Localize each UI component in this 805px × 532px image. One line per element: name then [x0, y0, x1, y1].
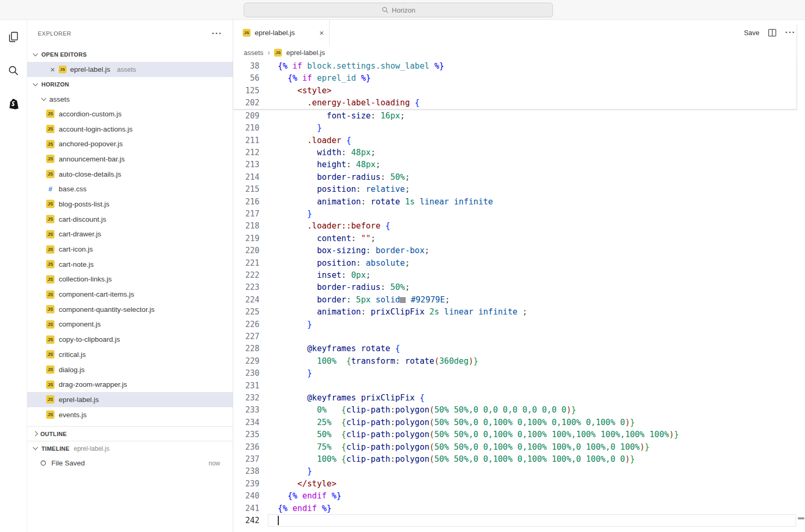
token: ; [425, 246, 429, 255]
breadcrumb-file[interactable]: eprel-label.js [286, 49, 325, 57]
file-item-account-login-actions.js[interactable]: JSaccount-login-actions.js [27, 122, 233, 137]
code-line-209[interactable]: 209 font-size: 16px; [233, 110, 805, 122]
folder-item-assets[interactable]: assets [27, 92, 233, 106]
line-number: 210 [233, 123, 259, 133]
project-section-header[interactable]: HORIZON [27, 77, 233, 92]
file-item-eprel-label.js[interactable]: JSeprel-label.js [27, 392, 233, 407]
shopify-icon [7, 97, 20, 111]
activity-bar [0, 20, 27, 532]
file-item-announcement-bar.js[interactable]: JSannouncement-bar.js [27, 151, 233, 167]
file-item-drag-zoom-wrapper.js[interactable]: JSdrag-zoom-wrapper.js [27, 377, 233, 392]
code-line-237[interactable]: 237 100% {clip-path:polygon(50% 50%,0 0,… [233, 453, 805, 465]
code-line-232[interactable]: 232 @keyframes prixClipFix { [233, 392, 805, 404]
token: : [380, 172, 390, 182]
code-line-220[interactable]: 220 box-sizing: border-box; [233, 244, 805, 256]
split-editor-icon[interactable] [768, 28, 777, 37]
outline-section-header[interactable]: OUTLINE [27, 426, 233, 441]
token: rotate [405, 356, 434, 366]
code-line-212[interactable]: 212 width: 48px; [233, 146, 805, 158]
shopify-activity-button[interactable] [2, 92, 25, 115]
file-item-cart-note.js[interactable]: JScart-note.js [27, 257, 233, 272]
file-item-cart-icon.js[interactable]: JScart-icon.js [27, 242, 233, 257]
code-line-222[interactable]: 222 inset: 0px; [233, 269, 805, 281]
file-item-accordion-custom.js[interactable]: JSaccordion-custom.js [27, 106, 233, 122]
code-line-226[interactable]: 226 } [233, 318, 805, 330]
file-item-cart-discount.js[interactable]: JScart-discount.js [27, 212, 233, 227]
code-line-125[interactable]: 125 <style> [233, 84, 797, 96]
code-line-240[interactable]: 240 {% endif %} [233, 490, 805, 502]
code-line-38[interactable]: 38{% if block.settings.show_label %} [233, 60, 797, 72]
tab-close-icon[interactable]: × [319, 29, 324, 37]
file-item-base.css[interactable]: #base.css [27, 181, 233, 197]
code-line-227[interactable]: 227 [233, 330, 805, 342]
code-line-231[interactable]: 231 [233, 379, 805, 392]
tab-eprel-label[interactable]: JS eprel-label.js × [233, 20, 330, 45]
file-item-component-quantity-selector.js[interactable]: JScomponent-quantity-selector.js [27, 302, 233, 317]
code-line-225[interactable]: 225 animation: prixClipFix 2s linear inf… [233, 306, 805, 318]
code-line-242[interactable]: 242 [233, 514, 805, 526]
code-line-223[interactable]: 223 border-radius: 50%; [233, 281, 805, 294]
token: { [346, 136, 351, 145]
timeline-event-file-saved[interactable]: File Saved now [27, 455, 233, 471]
search-activity-button[interactable] [2, 59, 25, 82]
file-item-blog-posts-list.js[interactable]: JSblog-posts-list.js [27, 197, 233, 212]
scrollbar-thumb[interactable] [798, 517, 804, 519]
editor-more-actions-button[interactable]: ··· [785, 30, 796, 35]
code-line-211[interactable]: 211 .loader { [233, 134, 805, 146]
explorer-more-actions-button[interactable]: ··· [212, 31, 222, 36]
close-icon[interactable]: × [50, 66, 55, 73]
code-line-214[interactable]: 214 border-radius: 50%; [233, 171, 805, 183]
code-line-241[interactable]: 241{% endif %} [233, 502, 805, 514]
history-circle-icon [40, 460, 47, 466]
command-center-search[interactable]: Horizon [244, 3, 553, 17]
file-item-auto-close-details.js[interactable]: JSauto-close-details.js [27, 167, 233, 182]
code-line-221[interactable]: 221 position: absolute; [233, 257, 805, 269]
file-item-copy-to-clipboard.js[interactable]: JScopy-to-clipboard.js [27, 332, 233, 347]
code-editor[interactable]: 209 font-size: 16px;210 }211 .loader {21… [233, 110, 805, 532]
line-number: 215 [233, 184, 259, 194]
code-line-224[interactable]: 224 border: 5px solid #92979E; [233, 294, 805, 306]
token: : [351, 234, 361, 243]
code-line-230[interactable]: 230 } [233, 367, 805, 379]
file-item-anchored-popover.js[interactable]: JSanchored-popover.js [27, 136, 233, 151]
code-line-202[interactable]: 202 .energy-label-loading { [233, 96, 797, 108]
code-line-233[interactable]: 233 0% {clip-path:polygon(50% 50%,0 0,0 … [233, 404, 805, 416]
code-line-229[interactable]: 229 100% {transform: rotate(360deg)} [233, 355, 805, 367]
file-item-critical.js[interactable]: JScritical.js [27, 347, 233, 362]
code-line-238[interactable]: 238 } [233, 465, 805, 477]
code-line-236[interactable]: 236 75% {clip-path:polygon(50% 50%,0 0,1… [233, 441, 805, 453]
js-file-icon: JS [46, 215, 55, 223]
line-number: 221 [233, 258, 259, 268]
code-line-218[interactable]: 218 .loader::before { [233, 220, 805, 232]
code-line-234[interactable]: 234 25% {clip-path:polygon(50% 50%,0 0,1… [233, 416, 805, 428]
token: linear infinite [420, 197, 493, 207]
code-line-219[interactable]: 219 content: ""; [233, 232, 805, 244]
code-line-228[interactable]: 228 @keyframes rotate { [233, 343, 805, 355]
code-line-56[interactable]: 56 {% if eprel_id %} [233, 72, 797, 84]
file-item-component-cart-items.js[interactable]: JScomponent-cart-items.js [27, 287, 233, 302]
breadcrumb-folder[interactable]: assets [244, 49, 264, 57]
open-editor-item[interactable]: × JS eprel-label.js assets [27, 62, 233, 77]
explorer-activity-button[interactable] [2, 25, 25, 48]
open-editors-header[interactable]: OPEN EDITORS [27, 47, 233, 62]
code-line-213[interactable]: 213 height: 48px; [233, 159, 805, 171]
code-line-216[interactable]: 216 animation: rotate 1s linear infinite [233, 196, 805, 208]
file-item-component.js[interactable]: JScomponent.js [27, 317, 233, 332]
token: 50% 50%,0 0,100% 0,100% 100%,0 100%,0 10… [434, 442, 640, 452]
line-number: 218 [233, 221, 259, 231]
folder-name: assets [49, 95, 70, 103]
file-item-cart-drawer.js[interactable]: JScart-drawer.js [27, 227, 233, 242]
file-item-collection-links.js[interactable]: JScollection-links.js [27, 272, 233, 287]
code-line-239[interactable]: 239 </style> [233, 477, 805, 490]
code-line-215[interactable]: 215 position: relative; [233, 183, 805, 195]
token: 25% [317, 418, 332, 427]
save-button[interactable]: Save [744, 29, 759, 37]
code-line-210[interactable]: 210 } [233, 122, 805, 134]
file-item-events.js[interactable]: JSevents.js [27, 407, 233, 422]
token: polygon [395, 405, 429, 415]
timeline-section-header[interactable]: TIMELINE eprel-label.js [27, 441, 233, 455]
code-line-217[interactable]: 217 } [233, 208, 805, 220]
color-swatch [400, 297, 406, 303]
file-item-dialog.js[interactable]: JSdialog.js [27, 362, 233, 377]
code-line-235[interactable]: 235 50% {clip-path:polygon(50% 50%,0 0,1… [233, 429, 805, 441]
